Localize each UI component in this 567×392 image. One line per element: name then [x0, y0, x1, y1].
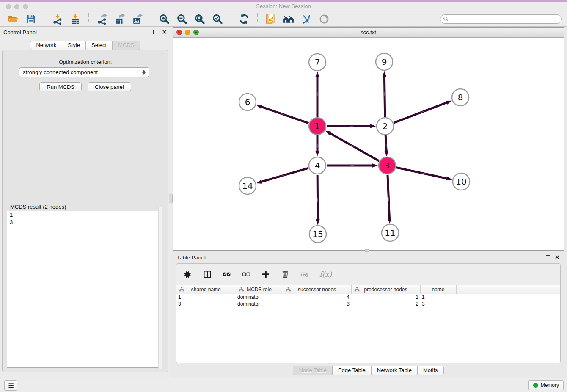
search-input[interactable] — [440, 14, 562, 24]
function-builder-icon[interactable]: f(x) — [319, 270, 332, 279]
graph-edge-2-9[interactable] — [384, 77, 385, 117]
show-columns-icon[interactable] — [203, 270, 212, 279]
close-panel-button[interactable]: Close panel — [88, 82, 131, 91]
graph-node-15[interactable]: 15 — [309, 226, 326, 243]
vertical-splitter-grip[interactable] — [169, 194, 173, 203]
column-header-shared-name[interactable]: shared name — [176, 285, 236, 294]
graph-node-10[interactable]: 10 — [453, 173, 470, 190]
toolbar-separator — [88, 13, 89, 25]
toolbar-separator — [231, 13, 231, 25]
tab-network[interactable]: Network — [30, 41, 62, 50]
criterion-selected-value: strongly connected component — [23, 69, 142, 75]
svg-text:7: 7 — [315, 57, 320, 67]
tab-select[interactable]: Select — [86, 41, 113, 50]
graph-node-14[interactable]: 14 — [239, 177, 256, 194]
import-table-icon[interactable] — [69, 13, 82, 25]
toolbar-separator — [151, 13, 151, 25]
criterion-select[interactable]: strongly connected component — [19, 67, 149, 77]
task-history-button[interactable] — [4, 380, 17, 391]
tab-network-table[interactable]: Network Table — [372, 366, 418, 375]
float-table-panel-icon[interactable] — [546, 255, 550, 259]
tab-node-table[interactable]: Node Table — [293, 366, 333, 375]
close-panel-icon[interactable]: ✕ — [162, 30, 167, 34]
table-panel-header: Table Panel ✕ — [173, 252, 564, 262]
graph-edge-3-11[interactable] — [388, 175, 389, 218]
tab-motifs[interactable]: Motifs — [418, 366, 444, 375]
session-title: Session: New Session — [0, 3, 567, 9]
settings-gear-icon[interactable] — [183, 270, 193, 279]
add-column-icon[interactable] — [261, 270, 270, 279]
memory-label: Memory — [541, 382, 559, 388]
table-toolbar: f(x) — [176, 264, 560, 285]
accent-strip — [0, 0, 567, 2]
graph-edge-2-3[interactable] — [385, 135, 386, 151]
zoom-out-icon[interactable] — [176, 13, 188, 25]
svg-text:11: 11 — [385, 228, 395, 238]
svg-text:9: 9 — [382, 57, 387, 67]
hide-graphics-details-icon[interactable] — [300, 13, 313, 25]
export-table-icon[interactable] — [113, 13, 126, 25]
mcds-result-value: 3 — [7, 218, 161, 226]
graph-node-6[interactable]: 6 — [239, 94, 256, 110]
close-table-panel-icon[interactable]: ✕ — [554, 255, 560, 259]
horizontal-splitter-grip[interactable] — [365, 249, 369, 252]
column-header-name[interactable]: name — [420, 285, 456, 294]
mcds-panel: Optimization criterion: strongly connect… — [2, 50, 168, 372]
graph-edge-1-6[interactable] — [261, 107, 308, 123]
graph-edge-2-8[interactable] — [394, 102, 447, 123]
delete-column-icon[interactable] — [281, 270, 290, 279]
svg-text:1: 1 — [315, 121, 320, 131]
status-bar: Memory — [0, 378, 567, 392]
import-network-icon[interactable] — [51, 13, 64, 25]
export-network-icon[interactable] — [96, 13, 108, 25]
select-all-icon[interactable] — [222, 270, 231, 279]
show-graphics-details-icon[interactable] — [318, 13, 330, 25]
deselect-all-icon[interactable] — [242, 270, 251, 279]
memory-button[interactable]: Memory — [528, 380, 564, 390]
table-row[interactable]: 3dominator323 — [176, 301, 560, 307]
graph-edge-4-15[interactable] — [317, 175, 318, 219]
svg-text:3: 3 — [385, 160, 390, 171]
zoom-fit-icon[interactable] — [193, 13, 206, 25]
svg-text:4: 4 — [315, 160, 320, 171]
mcds-result-list[interactable]: 13 — [7, 211, 161, 368]
delete-table-icon[interactable] — [300, 270, 309, 279]
graph-edge-3-1[interactable] — [330, 133, 379, 161]
network-canvas[interactable]: 7968124314101511 — [173, 38, 564, 250]
graph-node-9[interactable]: 9 — [376, 53, 393, 70]
open-session-icon[interactable] — [7, 13, 19, 25]
save-session-icon[interactable] — [25, 13, 37, 25]
column-header-predecessor-nodes[interactable]: predecessor nodes — [351, 285, 420, 294]
graph-node-11[interactable]: 11 — [382, 224, 399, 241]
new-network-from-selection-icon[interactable] — [264, 13, 277, 25]
graph-node-3[interactable]: 3 — [379, 157, 396, 174]
home-icon[interactable] — [282, 13, 295, 25]
refresh-icon[interactable] — [238, 13, 250, 25]
graph-edge-3-10[interactable] — [396, 168, 446, 179]
tab-edge-table[interactable]: Edge Table — [333, 366, 372, 375]
graph-node-1[interactable]: 1 — [309, 118, 326, 135]
column-header-filler — [456, 285, 560, 294]
graph-edge-4-14[interactable] — [262, 168, 308, 182]
graph-node-4[interactable]: 4 — [309, 157, 326, 174]
tab-style[interactable]: Style — [62, 41, 86, 50]
graph-node-2[interactable]: 2 — [377, 118, 394, 135]
graph-node-8[interactable]: 8 — [452, 89, 469, 106]
svg-text:15: 15 — [312, 229, 323, 239]
zoom-in-icon[interactable] — [158, 13, 171, 25]
tab-mcds[interactable]: MCDS — [113, 41, 140, 50]
column-header-successor-nodes[interactable]: successor nodes — [283, 285, 351, 294]
app-titlebar: Session: New Session — [0, 0, 567, 11]
toolbar-separator — [257, 13, 258, 25]
graph-node-7[interactable]: 7 — [309, 54, 326, 71]
network-view-window: ✕ − + scc.txt 7968124314101511 — [173, 27, 564, 251]
column-header-MCDS-role[interactable]: MCDS role — [236, 285, 283, 294]
zoom-selected-icon[interactable] — [211, 13, 224, 25]
table-row[interactable]: 1dominator411 — [176, 294, 560, 301]
run-mcds-button[interactable]: Run MCDS — [39, 82, 82, 91]
float-panel-icon[interactable] — [153, 30, 157, 34]
export-image-icon[interactable] — [131, 13, 144, 25]
table-panel-tabs: Node TableEdge TableNetwork TableMotifs — [173, 366, 564, 375]
result-scrollbar[interactable] — [158, 207, 162, 369]
network-window-titlebar[interactable]: ✕ − + scc.txt — [173, 28, 564, 38]
